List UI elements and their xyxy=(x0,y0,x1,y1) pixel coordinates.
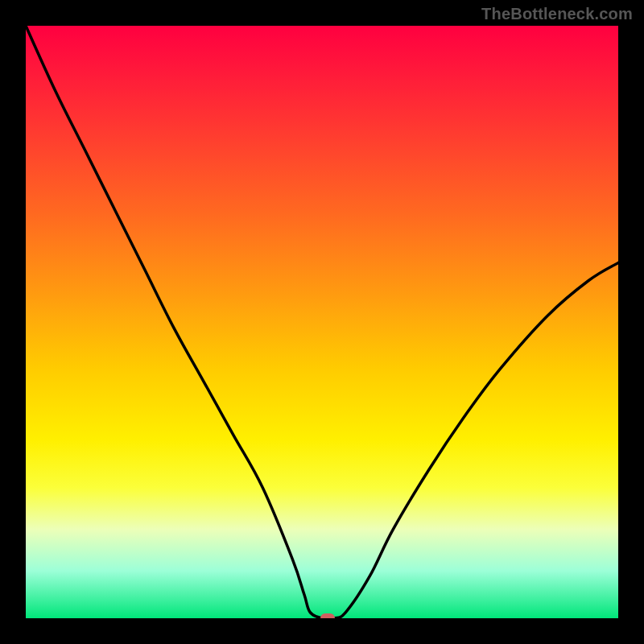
chart-stage: TheBottleneck.com xyxy=(0,0,644,644)
chart-curve-layer xyxy=(26,26,618,618)
chart-plot-area xyxy=(26,26,618,618)
chart-marker-dot xyxy=(320,613,335,618)
bottleneck-curve xyxy=(26,26,618,618)
watermark-text: TheBottleneck.com xyxy=(481,5,633,23)
